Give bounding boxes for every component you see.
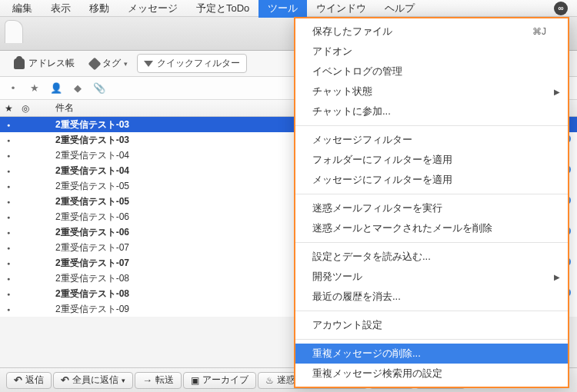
- menu-item-label: 迷惑メールフィルターを実行: [312, 201, 442, 215]
- menu-edit[interactable]: 編集: [3, 0, 42, 18]
- menu-item[interactable]: イベントログの管理: [295, 61, 568, 81]
- chevron-down-icon: ▾: [122, 377, 125, 384]
- menu-shortcut: ⌘J: [532, 26, 546, 37]
- menu-item-label: 開発ツール: [312, 270, 362, 284]
- filter-contact-icon[interactable]: 👤: [49, 81, 63, 95]
- menu-item[interactable]: 設定とデータを読み込む...: [295, 247, 568, 267]
- row-bullet-icon: ●: [0, 168, 17, 174]
- menu-item-label: イベントログの管理: [312, 65, 402, 78]
- row-bullet-icon: ●: [0, 276, 17, 281]
- submenu-arrow-icon: ▶: [554, 88, 560, 96]
- menu-item-label: 最近の履歴を消去...: [312, 290, 401, 304]
- filter-star-icon[interactable]: ★: [28, 81, 42, 95]
- menu-separator: [295, 242, 568, 243]
- menubar: 編集 表示 移動 メッセージ 予定とToDo ツール ウインドウ ヘルプ ∞: [0, 0, 577, 17]
- menu-item[interactable]: メッセージフィルター: [295, 130, 568, 150]
- menu-item[interactable]: フォルダーにフィルターを適用: [295, 150, 568, 170]
- menu-separator: [295, 339, 568, 340]
- menu-separator: [295, 311, 568, 311]
- menu-item-label: アドオン: [312, 45, 352, 58]
- menu-item[interactable]: 迷惑メールフィルターを実行: [295, 198, 568, 218]
- submenu-arrow-icon: ▶: [554, 273, 560, 281]
- menu-item[interactable]: メッセージにフィルターを適用: [295, 170, 568, 190]
- flame-icon: ♨: [265, 375, 274, 386]
- menu-view[interactable]: 表示: [42, 0, 80, 18]
- tag-label: タグ: [102, 57, 121, 70]
- menu-item-label: 保存したファイル: [312, 25, 392, 38]
- tab-edge: [5, 20, 23, 43]
- row-bullet-icon: ●: [0, 230, 17, 235]
- menu-item[interactable]: チャット状態▶: [295, 81, 568, 101]
- row-bullet-icon: ●: [0, 122, 17, 128]
- row-bullet-icon: ●: [0, 214, 17, 220]
- menu-help[interactable]: ヘルプ: [375, 0, 424, 18]
- person-icon: [14, 58, 25, 69]
- menu-item[interactable]: 重複メッセージ検索用の設定: [295, 364, 568, 384]
- menu-item-label: チャットに参加...: [312, 105, 391, 118]
- column-attachment[interactable]: ◎: [17, 103, 34, 114]
- menu-item-label: メッセージフィルター: [312, 133, 412, 147]
- menu-item-label: メッセージにフィルターを適用: [312, 173, 452, 187]
- creative-cloud-icon[interactable]: ∞: [554, 2, 568, 15]
- menu-item[interactable]: 迷惑メールとマークされたメールを削除: [295, 218, 568, 238]
- funnel-icon: [144, 61, 153, 67]
- menu-message[interactable]: メッセージ: [118, 0, 187, 18]
- row-bullet-icon: ●: [0, 245, 17, 251]
- reply-all-button[interactable]: ↶全員に返信▾: [53, 372, 133, 389]
- menu-separator: [295, 125, 568, 126]
- reply-all-icon: ↶: [61, 374, 69, 386]
- row-bullet-icon: ●: [0, 291, 17, 297]
- reply-icon: ↶: [14, 374, 22, 386]
- menu-item-label: アカウント設定: [312, 318, 382, 332]
- forward-icon: →: [142, 374, 152, 386]
- archive-icon: ▣: [191, 375, 199, 386]
- row-bullet-icon: ●: [0, 261, 17, 266]
- address-book-button[interactable]: アドレス帳: [8, 55, 81, 72]
- quick-filter-label: クイックフィルター: [157, 57, 240, 70]
- menu-item-label: 重複メッセージ検索用の設定: [312, 367, 442, 380]
- tag-button[interactable]: タグ ▾: [90, 57, 128, 70]
- archive-button[interactable]: ▣アーカイブ: [183, 372, 256, 389]
- quick-filter-button[interactable]: クイックフィルター: [137, 54, 247, 73]
- menu-item-label: 重複メッセージの削除...: [312, 347, 421, 360]
- menu-tools[interactable]: ツール: [258, 0, 307, 18]
- row-bullet-icon: ●: [0, 199, 17, 204]
- menu-separator: [295, 194, 568, 194]
- menu-item-label: 迷惑メールとマークされたメールを削除: [312, 221, 492, 235]
- filter-attach-icon[interactable]: 📎: [92, 81, 106, 95]
- column-star[interactable]: ★: [0, 103, 17, 114]
- menu-tasks[interactable]: 予定とToDo: [187, 0, 258, 18]
- chevron-down-icon: ▾: [124, 60, 128, 68]
- menu-item[interactable]: 開発ツール▶: [295, 267, 568, 287]
- forward-button[interactable]: →転送: [135, 372, 182, 389]
- row-bullet-icon: ●: [0, 307, 17, 312]
- menu-item[interactable]: チャットに参加...: [295, 101, 568, 121]
- row-bullet-icon: ●: [0, 138, 17, 143]
- menu-item[interactable]: アカウント設定: [295, 315, 568, 335]
- filter-unread-icon[interactable]: •: [6, 81, 20, 95]
- menu-item[interactable]: 保存したファイル⌘J: [295, 22, 568, 42]
- menu-item-label: 設定とデータを読み込む...: [312, 250, 431, 264]
- menu-go[interactable]: 移動: [80, 0, 118, 18]
- menu-item-label: フォルダーにフィルターを適用: [312, 153, 452, 167]
- menu-item[interactable]: アドオン: [295, 42, 568, 61]
- menu-item[interactable]: 重複メッセージの削除...: [295, 344, 568, 364]
- filter-tag-icon[interactable]: ◆: [71, 81, 85, 95]
- menu-window[interactable]: ウインドウ: [307, 0, 375, 18]
- address-book-label: アドレス帳: [28, 57, 75, 70]
- menu-item-label: チャット状態: [312, 85, 372, 98]
- tools-dropdown-menu: 保存したファイル⌘Jアドオンイベントログの管理チャット状態▶チャットに参加...…: [294, 17, 569, 388]
- row-bullet-icon: ●: [0, 184, 17, 189]
- tag-icon: [88, 57, 102, 70]
- row-bullet-icon: ●: [0, 153, 17, 158]
- reply-button[interactable]: ↶返信: [6, 372, 52, 389]
- menu-item[interactable]: 最近の履歴を消去...: [295, 287, 568, 307]
